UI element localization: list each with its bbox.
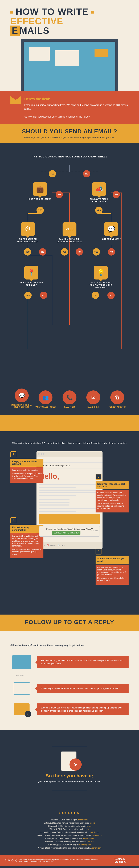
should-sub: First things first, get your priorities … [4,136,135,139]
node-hundred-words: <100 CAN YOU EXPLAIN IN LESS THAN 100 WO… [56,222,83,243]
followup-section: Still not got a reply? Not to worry, the… [0,631,139,730]
email-mockup: To June 2016 Sales Meeting Actions Hello… [36,452,103,549]
greeting: Hello, [36,469,103,482]
hero-title: HOW TO WRITE EFFECTIVE EMAILS [10,7,129,35]
divider [52,746,87,746]
tip-body: Keep subject under 30 characters Give th… [10,467,44,483]
no-badge: NO [39,248,47,255]
mail-icon: ✉ [86,391,100,404]
sources-title: SOURCES [10,811,129,815]
followup-title: FOLLOW UP TO GET A REPLY [4,619,135,625]
close-link[interactable]: × CLOSE [91,530,98,532]
tips-sub: What do the best emails have? A relevant… [10,442,129,444]
sources-list: Radicati, S. Email statistics report. ra… [10,818,129,849]
followup-text: Try sending a new email to restart the c… [37,684,129,693]
should-banner: SHOULD YOU SEND AN EMAIL? First things f… [0,124,139,143]
intro-text: Here's the deal: Email is a big part of … [24,96,129,119]
source-item: Radicati, S. Email statistics report. ra… [10,818,129,822]
source-item: Gatton, B. 2013. Write 6 emails that per… [10,822,129,825]
speech-icon: 💬 [104,222,118,236]
node-same-building: 📍 ARE YOU IN THE SAME BUILDING? [18,266,44,286]
clock-icon: ⏱ [21,222,35,236]
node-pitch: 📣 TRYING TO PITCH SOMETHING? [86,182,112,203]
source-item: Silverman, D. 2009. 4 tips for writing b… [10,825,129,828]
tip-title: Summarise with what you need [95,556,129,564]
no-badge: NO [107,292,115,299]
closing-title: So there you have it; [10,773,129,779]
email-body: Possibly confused word: "their". Did you… [36,484,103,542]
tip-body: Be direct and to the point in your openi… [95,490,129,513]
source-item: Yesware (2016). Prescriptive tools that … [10,846,129,849]
monitor-illustration [21,39,118,91]
window-icon [55,50,79,66]
people-icon: 👥 [38,391,53,404]
megaphone-icon: 📣 [92,182,106,196]
window-bar [36,452,103,457]
tip-number: 2 [95,474,102,480]
chat-icon: 💬 [15,389,29,402]
result-face: 👥 FACE TO FACE IS BEST [34,391,57,408]
intro-strip: Here's the deal: Email is a big part of … [0,91,139,124]
trash-icon: 🗑 [110,391,124,404]
yes-badge: YES [24,292,32,299]
tip-title: Keep your message short and clear [95,481,129,489]
node-know-want: 💡 DO YOU KNOW WHAT YOU WANT FROM THE MES… [88,266,114,289]
flowchart: YES NO 💼 IS IT WORK RELATED? 📣 TRYING TO… [10,165,129,408]
new-mail-icon [10,653,33,671]
tips-banner: ESSENTIAL EMAIL TIPS [0,415,139,431]
grammarly-tooltip: Possibly confused word: "their". Did you… [39,526,100,536]
followup-banner: FOLLOW UP TO GET A REPLY [0,615,139,631]
phone-icon: 📞 [62,391,77,404]
sources-section: SOURCES Radicati, S. Email statistics re… [0,806,139,855]
tip-number: 4 [95,549,102,555]
restart-mail-icon [10,680,33,697]
followup-sub: Still not got a reply? Not to worry, the… [10,644,129,647]
flow-top-question: ARE YOU CONTACTING SOMEONE YOU KNOW WELL… [10,155,129,158]
intro-heading: Here's the deal: [24,96,129,102]
envelope-open-icon [27,419,37,427]
node-immediate: ⏱ DO YOU NEED AN IMMEDIATE ANSWER [15,222,41,243]
yes-badge: YES [95,207,103,214]
no-badge: NO [56,191,63,198]
tip-2: 2 Keep your message short and clear Be d… [95,474,129,513]
tips-title: ESSENTIAL EMAIL TIPS [41,419,112,426]
title-emails: EMAILS [10,26,129,35]
footer: CCBYSA This image is licensed under the … [0,855,139,866]
no-badge: NO [113,191,120,198]
closing-sub: your one stop shop for writing awesome e… [10,780,129,783]
title-effective: EFFECTIVE [10,16,63,26]
yes-badge: YES [24,248,31,255]
result-call: 📞 CALL THEM [58,391,81,408]
source-item: Grammarly (2016). 'Grammarly Blog' at gr… [10,843,129,846]
briefcase-icon: 💼 [33,182,47,196]
phone-mail-icon: 📞 [10,701,33,718]
subject-field: June 2016 Sales Meeting Actions [36,463,103,469]
highlight-block [39,514,100,524]
closing-section: ➤ So there you have it; your one stop sh… [0,730,139,806]
source-item: Silkerman, L. 25 tips for perfecting you… [10,840,129,843]
lightbulb-icon: 💡 [94,266,108,279]
tip-title: Keep your subject lines relevant [10,459,44,467]
location-icon: 📍 [24,266,38,279]
mockup-footer: ✓ Track ⏰ Remind 📇 CRM [36,542,103,549]
correct-button[interactable]: CORRECT WITH GRAMMARLY [52,531,80,535]
title-how: HOW TO WRITE [16,7,88,17]
window-icon [94,49,108,57]
source-item: Navarro, G. 2014. How to write an elevat… [10,837,129,840]
no-badge: NO [40,292,47,299]
yes-badge: YES [92,292,99,299]
followup-row: Try sending a new email to restart the c… [10,680,129,697]
source-item: Ideas editorial team. Writing emails tha… [10,831,129,834]
source-item: Witney, K. 2013. The art of irresistible… [10,828,129,831]
followup-text: Suggest a phone call follow up in your m… [37,704,129,715]
should-title: SHOULD YOU SEND AN EMAIL? [4,128,135,135]
node-work-related: 💼 IS IT WORK RELATED? [27,182,53,200]
followup-row: Remind them of your last interaction. St… [10,653,129,671]
hero-section: HOW TO WRITE EFFECTIVE EMAILS [0,0,139,91]
tip-body: Use bulleted lists and bolded text. Make… [10,533,44,558]
intro-p1: Email is a big part of our working lives… [24,103,129,111]
cc-license-icon: CCBYSA [5,859,17,862]
tip-title: Format for easy consumption [10,525,44,533]
tip-1: 1 Keep your subject lines relevant Keep … [10,452,44,483]
send-arrow-icon: ➤ [70,758,82,771]
